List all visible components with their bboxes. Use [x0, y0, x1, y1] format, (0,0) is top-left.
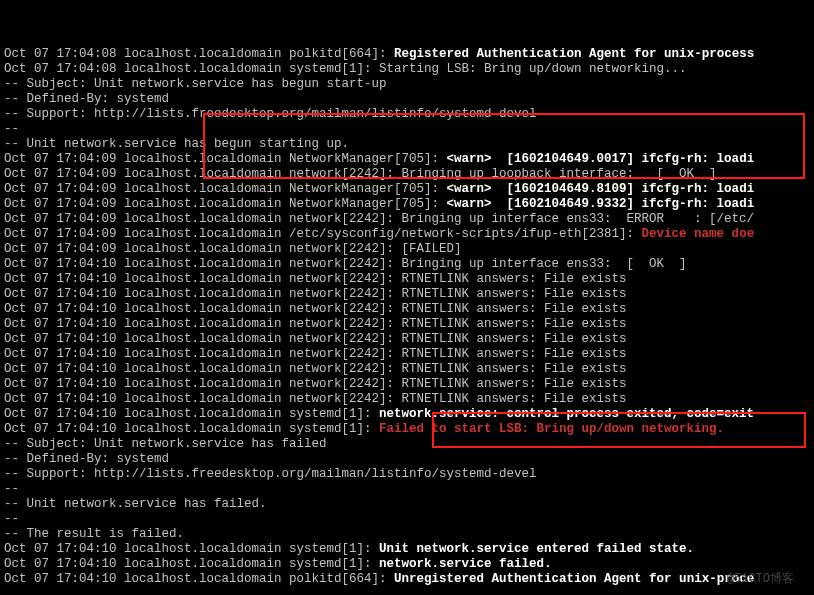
- log-prefix: Oct 07 17:04:09 localhost.localdomain Ne…: [4, 182, 447, 196]
- log-prefix: Oct 07 17:04:10 localhost.localdomain sy…: [4, 422, 379, 436]
- log-prefix: Oct 07 17:04:08 localhost.localdomain po…: [4, 47, 394, 61]
- log-prefix: Oct 07 17:04:09 localhost.localdomain ne…: [4, 242, 462, 256]
- log-message: <warn> [1602104649.9332] ifcfg-rh: loadi: [447, 197, 755, 211]
- log-line: Oct 07 17:04:10 localhost.localdomain sy…: [4, 557, 810, 572]
- log-line: --: [4, 512, 810, 527]
- log-prefix: Oct 07 17:04:09 localhost.localdomain ne…: [4, 212, 754, 226]
- log-line: Oct 07 17:04:09 localhost.localdomain ne…: [4, 242, 810, 257]
- log-line: -- Unit network.service has begun starti…: [4, 137, 810, 152]
- log-line: Oct 07 17:04:10 localhost.localdomain ne…: [4, 272, 810, 287]
- log-line: Oct 07 17:04:08 localhost.localdomain po…: [4, 47, 810, 62]
- log-prefix: Oct 07 17:04:09 localhost.localdomain Ne…: [4, 197, 447, 211]
- log-prefix: --: [4, 512, 19, 526]
- log-message: Registered Authentication Agent for unix…: [394, 47, 754, 61]
- log-line: Oct 07 17:04:10 localhost.localdomain sy…: [4, 422, 810, 437]
- log-line: Oct 07 17:04:10 localhost.localdomain sy…: [4, 542, 810, 557]
- log-prefix: Oct 07 17:04:10 localhost.localdomain po…: [4, 572, 394, 586]
- log-prefix: Oct 07 17:04:10 localhost.localdomain ne…: [4, 272, 627, 286]
- log-prefix: -- Defined-By: systemd: [4, 452, 169, 466]
- log-line: Oct 07 17:04:10 localhost.localdomain ne…: [4, 347, 810, 362]
- log-line: Oct 07 17:04:09 localhost.localdomain ne…: [4, 167, 810, 182]
- log-line: Oct 07 17:04:10 localhost.localdomain ne…: [4, 317, 810, 332]
- log-prefix: Oct 07 17:04:10 localhost.localdomain ne…: [4, 347, 627, 361]
- log-line: Oct 07 17:04:10 localhost.localdomain sy…: [4, 407, 810, 422]
- log-line: --: [4, 482, 810, 497]
- log-prefix: Oct 07 17:04:10 localhost.localdomain sy…: [4, 542, 379, 556]
- log-message: network.service: control process exited,…: [379, 407, 754, 421]
- log-line: Oct 07 17:04:09 localhost.localdomain Ne…: [4, 197, 810, 212]
- watermark: @51CTO博客: [727, 572, 794, 587]
- log-prefix: Oct 07 17:04:10 localhost.localdomain ne…: [4, 257, 687, 271]
- log-message: Unit network.service entered failed stat…: [379, 542, 694, 556]
- log-line: Oct 07 17:04:09 localhost.localdomain Ne…: [4, 152, 810, 167]
- log-line: -- Subject: Unit network.service has beg…: [4, 77, 810, 92]
- log-line: Oct 07 17:04:10 localhost.localdomain ne…: [4, 302, 810, 317]
- log-message: network.service failed.: [379, 557, 552, 571]
- log-line: Oct 07 17:04:10 localhost.localdomain ne…: [4, 362, 810, 377]
- log-prefix: Oct 07 17:04:10 localhost.localdomain ne…: [4, 392, 627, 406]
- log-line: -- Defined-By: systemd: [4, 452, 810, 467]
- log-prefix: -- Unit network.service has failed.: [4, 497, 267, 511]
- log-line: Oct 07 17:04:09 localhost.localdomain ne…: [4, 212, 810, 227]
- log-prefix: Oct 07 17:04:10 localhost.localdomain ne…: [4, 287, 627, 301]
- log-line: Oct 07 17:04:10 localhost.localdomain ne…: [4, 287, 810, 302]
- log-prefix: Oct 07 17:04:09 localhost.localdomain Ne…: [4, 152, 447, 166]
- log-prefix: --: [4, 122, 19, 136]
- log-prefix: Oct 07 17:04:10 localhost.localdomain sy…: [4, 407, 379, 421]
- log-prefix: -- Unit network.service has begun starti…: [4, 137, 349, 151]
- log-line: -- Support: http://lists.freedesktop.org…: [4, 467, 810, 482]
- log-line: -- Unit network.service has failed.: [4, 497, 810, 512]
- log-prefix: -- Support: http://lists.freedesktop.org…: [4, 107, 537, 121]
- log-message: Unregistered Authentication Agent for un…: [394, 572, 754, 586]
- log-line: Oct 07 17:04:10 localhost.localdomain ne…: [4, 257, 810, 272]
- log-line: Oct 07 17:04:10 localhost.localdomain ne…: [4, 392, 810, 407]
- log-message: <warn> [1602104649.8109] ifcfg-rh: loadi: [447, 182, 755, 196]
- log-prefix: Oct 07 17:04:10 localhost.localdomain ne…: [4, 362, 627, 376]
- log-prefix: Oct 07 17:04:08 localhost.localdomain sy…: [4, 62, 687, 76]
- log-message: <warn> [1602104649.0017] ifcfg-rh: loadi: [447, 152, 755, 166]
- log-prefix: -- Support: http://lists.freedesktop.org…: [4, 467, 537, 481]
- log-message: Device name doe: [642, 227, 755, 241]
- terminal-output: Oct 07 17:04:08 localhost.localdomain po…: [4, 47, 810, 587]
- log-prefix: -- The result is failed.: [4, 527, 184, 541]
- log-prefix: -- Subject: Unit network.service has fai…: [4, 437, 327, 451]
- log-prefix: -- Defined-By: systemd: [4, 92, 169, 106]
- log-line: -- Support: http://lists.freedesktop.org…: [4, 107, 810, 122]
- log-line: Oct 07 17:04:09 localhost.localdomain /e…: [4, 227, 810, 242]
- log-prefix: Oct 07 17:04:10 localhost.localdomain ne…: [4, 332, 627, 346]
- log-line: --: [4, 122, 810, 137]
- log-line: Oct 07 17:04:09 localhost.localdomain Ne…: [4, 182, 810, 197]
- log-line: -- The result is failed.: [4, 527, 810, 542]
- log-line: Oct 07 17:04:08 localhost.localdomain sy…: [4, 62, 810, 77]
- log-prefix: Oct 07 17:04:10 localhost.localdomain ne…: [4, 377, 627, 391]
- log-prefix: Oct 07 17:04:10 localhost.localdomain ne…: [4, 302, 627, 316]
- log-line: Oct 07 17:04:10 localhost.localdomain ne…: [4, 377, 810, 392]
- log-prefix: Oct 07 17:04:10 localhost.localdomain ne…: [4, 317, 627, 331]
- log-prefix: Oct 07 17:04:10 localhost.localdomain sy…: [4, 557, 379, 571]
- log-prefix: --: [4, 482, 19, 496]
- log-line: Oct 07 17:04:10 localhost.localdomain po…: [4, 572, 810, 587]
- log-line: -- Defined-By: systemd: [4, 92, 810, 107]
- log-prefix: Oct 07 17:04:09 localhost.localdomain ne…: [4, 167, 717, 181]
- log-line: Oct 07 17:04:10 localhost.localdomain ne…: [4, 332, 810, 347]
- log-prefix: -- Subject: Unit network.service has beg…: [4, 77, 387, 91]
- log-prefix: Oct 07 17:04:09 localhost.localdomain /e…: [4, 227, 642, 241]
- log-message: Failed to start LSB: Bring up/down netwo…: [379, 422, 724, 436]
- log-line: -- Subject: Unit network.service has fai…: [4, 437, 810, 452]
